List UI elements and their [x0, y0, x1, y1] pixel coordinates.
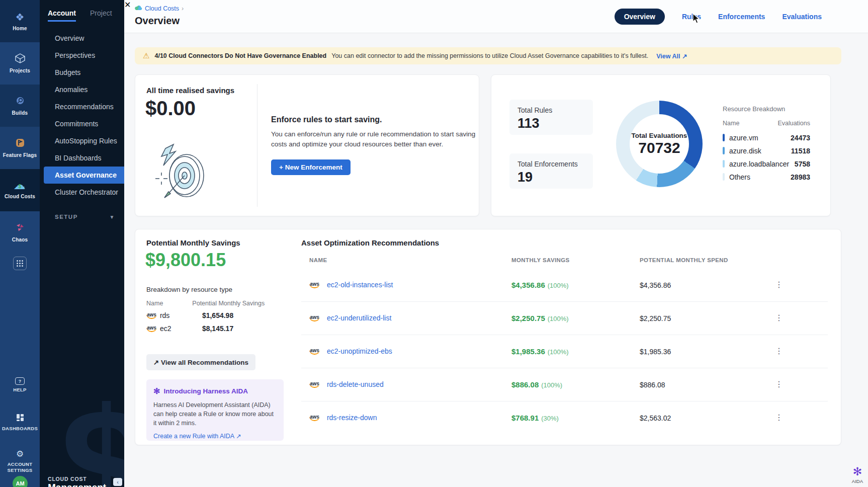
recommendation-link[interactable]: rds-resize-down — [327, 414, 377, 422]
sidebar-item-bi-dashboards[interactable]: BI Dashboards — [40, 149, 124, 167]
cloud-costs-breadcrumb-icon — [135, 5, 142, 12]
breadcrumb: Cloud Costs › — [135, 5, 184, 12]
rail-item-help[interactable]: ? HELP — [0, 377, 40, 393]
chevron-down-icon: ▼ — [110, 214, 115, 220]
governance-tabs: Overview Rules Enforcements Evaluations — [615, 9, 822, 25]
all-time-savings-label: All time realised savings — [146, 86, 234, 95]
new-enforcement-button[interactable]: + New Enforcement — [271, 159, 351, 175]
rail-item-feature-flags[interactable]: Feature Flags — [0, 127, 40, 169]
recommendation-link[interactable]: ec2-unoptimized-ebs — [327, 347, 392, 355]
total-rules-tile: Total Rules 113 — [509, 100, 593, 135]
harness-home-icon: ❖ — [16, 11, 25, 23]
sidebar-item-anomalies[interactable]: Anomalies — [40, 81, 124, 98]
module-picker-button[interactable] — [0, 257, 40, 270]
breadcrumb-chevron: › — [182, 5, 184, 12]
breakdown-row: azure.vm 24473 — [723, 134, 810, 142]
resource-type-header: NamePotential Monthly Savings — [146, 300, 277, 307]
recommendation-link[interactable]: ec2-old-instances-list — [327, 281, 393, 289]
legend-chip — [723, 160, 725, 168]
governance-warning-banner: ⚠ 4/10 Cloud Connectors Do Not Have Gove… — [135, 47, 841, 64]
recommendation-link[interactable]: ec2-underutilized-list — [327, 314, 391, 322]
main-content: Cloud Costs › Overview Overview Rules En… — [124, 0, 868, 487]
sidebar-item-budgets[interactable]: Budgets — [40, 64, 124, 81]
legend-chip — [723, 173, 725, 181]
rail-item-home[interactable]: ❖ Home — [0, 0, 40, 42]
table-row: awsec2-old-instances-list $4,356.86(100%… — [301, 269, 828, 302]
breakdown-row: azure.loadbalancer 5758 — [723, 160, 810, 168]
rail-label: DASHBOARDS — [2, 426, 38, 432]
rail-label: Cloud Costs — [5, 194, 35, 200]
total-enforcements-tile: Total Enforcements 19 — [509, 153, 593, 189]
row-menu-kebab-icon[interactable]: ⋮ — [775, 280, 783, 290]
aida-promo: ✻Introducing Harness AIDA Harness AI Dev… — [146, 379, 284, 441]
tab-enforcements[interactable]: Enforcements — [718, 13, 765, 21]
row-menu-kebab-icon[interactable]: ⋮ — [775, 379, 783, 390]
all-time-savings-value: $0.00 — [145, 97, 196, 120]
rail-item-dashboards[interactable]: DASHBOARDS — [0, 414, 40, 432]
col-header-potential-spend: POTENTIAL MONTHLY SPEND — [640, 257, 728, 263]
recommendations-title: Asset Optimization Recommendations — [301, 238, 439, 247]
rail-item-chaos[interactable]: Chaos — [0, 211, 40, 254]
col-header-monthly-savings: MONTHLY SAVINGS — [511, 257, 570, 263]
sidebar-item-commitments[interactable]: Commitments — [40, 115, 124, 132]
rail-label: ACCOUNT SETTINGS — [5, 461, 36, 473]
rail-label: HELP — [13, 387, 27, 393]
donut-center-label: Total Evaluations — [632, 132, 687, 139]
sidebar-item-cluster-orchestrator[interactable]: Cluster Orchestrator — [40, 184, 124, 201]
builds-icon — [15, 96, 25, 108]
rail-label: Builds — [12, 110, 28, 116]
rail-item-builds[interactable]: Builds — [0, 85, 40, 127]
tab-overview[interactable]: Overview — [615, 9, 665, 25]
tab-evaluations[interactable]: Evaluations — [782, 13, 822, 21]
sidebar-item-perspectives[interactable]: Perspectives — [40, 47, 124, 64]
sidebar-item-overview[interactable]: Overview — [40, 30, 124, 47]
warning-icon: ⚠ — [143, 51, 149, 60]
banner-close-icon[interactable]: ✕ — [124, 0, 131, 10]
user-avatar[interactable]: AM — [13, 476, 28, 487]
aida-promo-title: ✻Introducing Harness AIDA — [153, 386, 277, 396]
row-menu-kebab-icon[interactable]: ⋮ — [775, 413, 783, 423]
aws-icon: aws — [309, 415, 320, 421]
sidebar-footer: CLOUD COST Management — [48, 476, 106, 487]
rail-item-projects[interactable]: Projects — [0, 42, 40, 85]
view-all-recommendations-button[interactable]: ↗ View all Recommendations — [146, 354, 255, 370]
sidebar-item-recommendations[interactable]: Recommendations — [40, 98, 124, 115]
dashboards-icon — [16, 414, 24, 424]
breakdown-row: Others 28983 — [723, 173, 810, 181]
enforce-cta-body: You can enforce/run any rule or rule rec… — [271, 129, 477, 149]
recommendations-card: Potential Monthly Savings $9,800.15 Brea… — [135, 229, 841, 445]
aida-fab-label: AIDA — [852, 478, 863, 484]
banner-title: 4/10 Cloud Connectors Do Not Have Govern… — [154, 52, 326, 59]
total-enforcements-label: Total Enforcements — [517, 160, 585, 168]
rail-label: Chaos — [12, 237, 28, 243]
row-menu-kebab-icon[interactable]: ⋮ — [775, 313, 783, 323]
sidebar-setup-toggle[interactable]: SETUP ▼ — [40, 201, 124, 220]
feature-flags-icon — [15, 138, 25, 150]
rail-label: Feature Flags — [3, 152, 37, 158]
sidebar-tab-account[interactable]: Account — [48, 9, 76, 22]
rail-item-account-settings[interactable]: ⚙ ACCOUNT SETTINGS — [0, 449, 40, 473]
table-row: awsrds-resize-down $768.91(30%) $2,563.0… — [301, 401, 828, 435]
dollar-watermark: $ — [60, 371, 124, 487]
sidebar-tab-project[interactable]: Project — [90, 9, 112, 22]
recommendation-link[interactable]: rds-delete-unused — [327, 380, 384, 388]
rail-item-cloud-costs[interactable]: ☁$ Cloud Costs — [0, 169, 40, 211]
sidebar-collapse-handle[interactable]: ‹ — [113, 478, 122, 486]
aida-fab[interactable]: ✻ AIDA — [852, 466, 863, 484]
external-link-icon: ↗ — [236, 433, 241, 440]
sidebar-item-asset-governance[interactable]: Asset Governance — [44, 167, 124, 184]
evaluations-donut-center: Total Evaluations 70732 — [630, 114, 689, 174]
banner-message: You can edit connector to add the missin… — [331, 52, 648, 59]
aida-flower-icon: ✻ — [153, 386, 160, 396]
banner-view-all-link[interactable]: View All ↗ — [656, 52, 687, 60]
total-rules-label: Total Rules — [517, 106, 585, 114]
table-row: awsec2-unoptimized-ebs $1,985.36(100%) $… — [301, 335, 828, 368]
create-rule-with-aida-link[interactable]: Create a new Rule with AIDA ↗ — [153, 432, 277, 440]
row-menu-kebab-icon[interactable]: ⋮ — [775, 346, 783, 357]
sidebar-item-autostopping-rules[interactable]: AutoStopping Rules — [40, 132, 124, 149]
legend-chip — [723, 134, 725, 141]
target-illustration — [151, 139, 212, 207]
tab-rules[interactable]: Rules — [682, 13, 701, 21]
breadcrumb-cloud-costs-link[interactable]: Cloud Costs — [145, 5, 179, 12]
page-title: Overview — [135, 15, 180, 27]
